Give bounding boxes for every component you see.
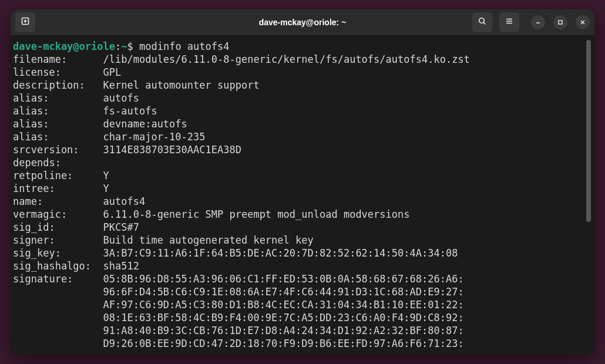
output-line: description: Kernel automounter support: [13, 79, 592, 92]
output-line: D9:26:0B:EE:9D:CD:47:2D:18:70:F9:D9:B6:E…: [13, 337, 592, 350]
hamburger-icon: [505, 16, 514, 28]
new-tab-icon: [21, 16, 30, 28]
terminal-window: dave-mckay@oriole: ~: [11, 9, 594, 355]
svg-line-4: [483, 22, 485, 24]
menu-button[interactable]: [499, 12, 519, 32]
command-text: modinfo autofs4: [139, 41, 230, 52]
titlebar-left-group: [15, 12, 35, 32]
output-line: alias: char-major-10-235: [13, 130, 592, 143]
close-button[interactable]: [576, 15, 590, 29]
output-line: signature: 05:8B:96:D8:55:A3:96:06:C1:FF…: [13, 272, 592, 285]
prompt-path: ~: [121, 41, 127, 52]
prompt-sep1: :: [115, 41, 121, 52]
close-icon: [580, 17, 586, 28]
search-icon: [478, 16, 487, 28]
output-line: alias: fs-autofs: [13, 105, 592, 117]
output-line: 08:1E:63:BF:58:4C:B9:F4:00:9E:7C:A5:DD:2…: [13, 311, 592, 324]
output-line: sig_key: 3A:B7:C9:11:A6:1F:64:B5:DE:AC:2…: [13, 247, 592, 259]
output-line: srcversion: 3114E838703E30AAC1EA38D: [13, 143, 592, 156]
output-line: license: GPL: [13, 66, 592, 79]
output-line: filename: /lib/modules/6.11.0-8-generic/…: [13, 53, 592, 66]
output-line: 91:A8:40:B9:3C:CB:76:1D:E7:D8:A4:24:34:D…: [13, 324, 592, 337]
output-line: 96:6F:D4:5B:C6:C9:1E:08:6A:E7:4F:C6:44:9…: [13, 285, 592, 298]
output-line: name: autofs4: [13, 195, 592, 208]
window-controls: [531, 15, 590, 29]
output-line: sig_hashalgo: sha512: [13, 259, 592, 272]
svg-point-3: [479, 18, 484, 23]
titlebar: dave-mckay@oriole: ~: [11, 9, 594, 35]
output-line: alias: autofs: [13, 92, 592, 105]
search-button[interactable]: [472, 12, 492, 32]
maximize-icon: [557, 17, 563, 28]
titlebar-right-group: [472, 12, 590, 32]
window-title: dave-mckay@oriole: ~: [259, 18, 347, 27]
svg-rect-9: [559, 21, 562, 24]
output-line: signer: Build time autogenerated kernel …: [13, 234, 592, 247]
prompt-line: dave-mckay@oriole:~$ modinfo autofs4: [13, 40, 592, 53]
minimize-button[interactable]: [531, 15, 545, 29]
scrollbar-thumb[interactable]: [586, 40, 591, 222]
output-line: depends:: [13, 156, 592, 169]
prompt-sep2: $: [127, 41, 139, 52]
output-line: sig_id: PKCS#7: [13, 221, 592, 234]
minimize-icon: [535, 17, 541, 28]
maximize-button[interactable]: [553, 15, 567, 29]
output-line: AF:97:C6:9D:A5:C3:80:D1:B8:4C:EC:CA:31:0…: [13, 298, 592, 311]
output-line: vermagic: 6.11.0-8-generic SMP preempt m…: [13, 208, 592, 221]
output-line: retpoline: Y: [13, 169, 592, 182]
new-tab-button[interactable]: [15, 12, 35, 32]
output-line: intree: Y: [13, 182, 592, 195]
output-line: alias: devname:autofs: [13, 117, 592, 130]
terminal-body[interactable]: dave-mckay@oriole:~$ modinfo autofs4 fil…: [11, 35, 594, 355]
output-container: filename: /lib/modules/6.11.0-8-generic/…: [13, 53, 592, 350]
prompt-user-host: dave-mckay@oriole: [13, 41, 115, 52]
